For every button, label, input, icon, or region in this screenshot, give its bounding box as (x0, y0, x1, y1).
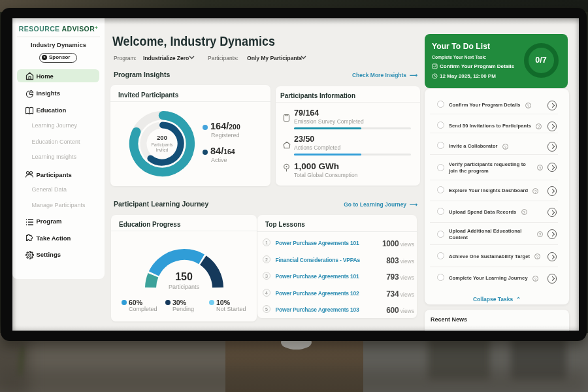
svg-text:200: 200 (157, 134, 167, 141)
svg-text:Invited: Invited (156, 148, 169, 152)
svg-text:Participants: Participants (152, 142, 173, 148)
